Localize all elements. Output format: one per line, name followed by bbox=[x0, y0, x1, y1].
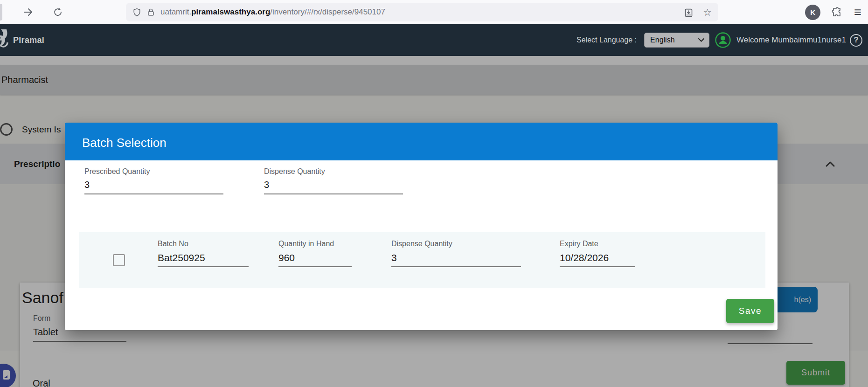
qty-in-hand-label: Quantity in Hand bbox=[278, 240, 352, 248]
screen: uatamrit.piramalswasthya.org/inventory/#… bbox=[0, 0, 868, 387]
browser-profile-avatar[interactable]: K bbox=[805, 5, 820, 20]
language-selected: English bbox=[650, 36, 674, 44]
forward-icon[interactable] bbox=[22, 7, 34, 18]
save-button[interactable]: Save bbox=[726, 299, 774, 323]
row-dispense-qty-label: Dispense Quantity bbox=[391, 240, 521, 248]
prescribed-quantity-field: Prescribed Quantity 3 bbox=[84, 167, 223, 194]
url-path: /inventory/#/rx/disperse/9450107 bbox=[270, 7, 385, 16]
lock-icon[interactable] bbox=[146, 8, 155, 17]
expiry-date-cell: Expiry Date 10/28/2026 bbox=[560, 240, 635, 267]
expiry-date-label: Expiry Date bbox=[560, 240, 635, 248]
reload-icon[interactable] bbox=[52, 7, 63, 18]
url-domain: piramalswasthya.org bbox=[191, 7, 270, 16]
extensions-puzzle-icon[interactable] bbox=[832, 7, 843, 18]
prescribed-quantity-input[interactable]: 3 bbox=[84, 180, 223, 194]
welcome-text: Welcome Mumbaimmu1nurse1 bbox=[736, 35, 846, 45]
url-bar[interactable]: uatamrit.piramalswasthya.org/inventory/#… bbox=[126, 3, 718, 21]
row-dispense-qty-cell: Dispense Quantity 3 bbox=[391, 240, 521, 267]
batch-no-input[interactable]: Bat250925 bbox=[158, 252, 249, 267]
piramal-logo-icon bbox=[0, 28, 13, 55]
qty-in-hand-cell: Quantity in Hand 960 bbox=[278, 240, 352, 267]
batch-checkbox[interactable] bbox=[113, 254, 125, 266]
language-select[interactable]: English bbox=[644, 33, 709, 48]
qty-in-hand-input[interactable]: 960 bbox=[278, 252, 352, 267]
shield-icon[interactable] bbox=[132, 8, 141, 17]
app-navbar: Piramal Select Language : English Welcom… bbox=[0, 24, 868, 56]
back-button-edge bbox=[0, 4, 2, 21]
batch-table-row: Batch No Bat250925 Quantity in Hand 960 … bbox=[79, 232, 765, 288]
browser-toolbar: uatamrit.piramalswasthya.org/inventory/#… bbox=[0, 0, 868, 24]
user-avatar-icon[interactable] bbox=[715, 32, 731, 48]
url-text[interactable]: uatamrit.piramalswasthya.org/inventory/#… bbox=[160, 7, 684, 17]
help-icon[interactable]: ? bbox=[850, 34, 862, 47]
brand-name: Piramal bbox=[13, 35, 44, 45]
dispense-quantity-field: Dispense Quantity 3 bbox=[264, 167, 403, 194]
expiry-date-input[interactable]: 10/28/2026 bbox=[560, 252, 635, 267]
dispense-quantity-label: Dispense Quantity bbox=[264, 167, 403, 176]
batch-selection-modal: Batch Selection Prescribed Quantity 3 Di… bbox=[65, 123, 778, 330]
batch-no-label: Batch No bbox=[158, 240, 249, 248]
dispense-quantity-input[interactable]: 3 bbox=[264, 180, 403, 194]
save-to-library-icon[interactable] bbox=[684, 8, 693, 17]
chevron-down-icon bbox=[698, 38, 704, 42]
modal-title: Batch Selection bbox=[65, 133, 167, 150]
brand: Piramal bbox=[0, 24, 44, 56]
language-label: Select Language : bbox=[576, 36, 637, 44]
bookmark-star-icon[interactable]: ☆ bbox=[703, 7, 712, 17]
prescribed-quantity-label: Prescribed Quantity bbox=[84, 167, 223, 176]
browser-menu-icon[interactable]: ≡ bbox=[854, 6, 861, 19]
batch-no-cell: Batch No Bat250925 bbox=[158, 240, 249, 267]
url-prefix: uatamrit. bbox=[160, 7, 191, 16]
row-dispense-qty-input[interactable]: 3 bbox=[391, 252, 521, 267]
modal-header: Batch Selection bbox=[65, 123, 778, 160]
